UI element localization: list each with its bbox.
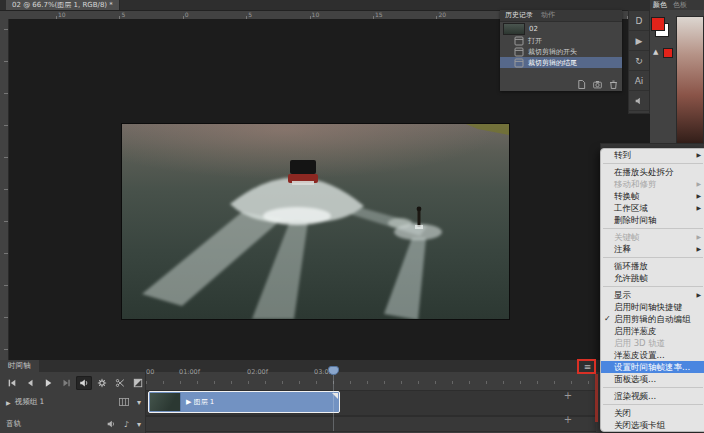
speaker-panel-icon[interactable]: [629, 91, 649, 111]
color-panel-tab[interactable]: 颜色: [653, 0, 667, 10]
timeline-tick: [520, 381, 521, 384]
timecode-label: 01:00f: [179, 368, 200, 376]
add-video-media-button[interactable]: +: [561, 390, 575, 402]
transition-icon: [133, 378, 143, 388]
menu-item-label: 关键帧: [614, 232, 640, 242]
history-state-icon: [514, 36, 524, 46]
go-to-previous-frame-button[interactable]: [22, 376, 38, 390]
ruler-tick: [4, 285, 8, 286]
timeline-tick: [554, 381, 555, 384]
menu-item[interactable]: 启用洋葱皮: [601, 325, 704, 337]
history-item-label: 打开: [528, 36, 542, 46]
delete-state-icon[interactable]: [609, 80, 618, 89]
ruler-label: 20: [438, 11, 446, 19]
menu-item[interactable]: 注释▶: [601, 243, 704, 255]
color-panel-tab[interactable]: 色板: [673, 0, 687, 10]
menu-item[interactable]: 关闭: [601, 407, 704, 419]
menu-item[interactable]: 转换帧▶: [601, 190, 704, 202]
menu-item[interactable]: 面板选项...: [601, 373, 704, 385]
menu-item[interactable]: 循环播放: [601, 260, 704, 272]
settings-gear-button[interactable]: [94, 376, 110, 390]
ruler-label: 5: [248, 11, 252, 19]
ai-panel-icon[interactable]: Ai: [629, 71, 649, 91]
menu-item[interactable]: 显示▶: [601, 289, 704, 301]
menu-item-label: 关闭选项卡组: [614, 420, 665, 430]
foreground-color-swatch[interactable]: [651, 17, 665, 31]
history-snapshot-row[interactable]: 02: [500, 22, 622, 35]
timeline-context-menu: 转到▶在播放头处拆分移动和修剪▶转换帧▶工作区域▶删除时间轴关键帧▶注释▶循环播…: [600, 148, 704, 432]
new-snapshot-icon[interactable]: [593, 80, 602, 89]
menu-item[interactable]: 关闭选项卡组: [601, 419, 704, 431]
go-to-first-frame-button[interactable]: [4, 376, 20, 390]
ruler-label: 15: [375, 11, 383, 19]
color-ramp[interactable]: [676, 16, 704, 144]
ruler-label: 5: [121, 11, 125, 19]
clip-label: ▶ 图层 1: [186, 397, 214, 407]
timeline-tick: [384, 381, 385, 384]
menu-item[interactable]: 渲染视频...: [601, 390, 704, 402]
filmstrip-icon[interactable]: [119, 397, 129, 407]
ruler-label: 0: [185, 11, 189, 19]
add-audio-media-button[interactable]: +: [561, 414, 575, 426]
ruler-tick: [4, 157, 8, 158]
d-panel-icon[interactable]: D: [629, 11, 649, 31]
document-tab[interactable]: 02 @ 66.7%(图层 1, RGB/8) *: [6, 0, 120, 10]
menu-item-label: 洋葱皮设置...: [614, 350, 665, 360]
menu-item[interactable]: ✓启用剪辑的自动编组: [601, 313, 704, 325]
play-button[interactable]: [40, 376, 56, 390]
panel-dock: D▶↻Ai: [628, 10, 650, 114]
split-at-playhead-button[interactable]: [112, 376, 128, 390]
menu-item[interactable]: 启用时间轴快捷键: [601, 301, 704, 313]
track-label: 音轨: [6, 419, 21, 429]
speaker-icon[interactable]: [106, 419, 116, 429]
music-note-icon[interactable]: ♪: [124, 420, 129, 429]
menu-item[interactable]: 工作区域▶: [601, 202, 704, 214]
timeline-tick: [452, 381, 453, 384]
video-track-row[interactable]: ▶视频组 1▾: [0, 393, 145, 411]
go-to-next-frame-button[interactable]: [58, 376, 74, 390]
transition-button[interactable]: [130, 376, 146, 390]
history-item-label: 裁切剪辑的结尾: [528, 58, 577, 68]
history-item[interactable]: 裁切剪辑的结尾: [500, 57, 622, 68]
new-document-from-state-icon[interactable]: [577, 80, 586, 89]
play-panel-icon[interactable]: ▶: [629, 31, 649, 51]
timeline-tick: [316, 381, 317, 384]
submenu-arrow-icon: ▶: [696, 178, 701, 190]
menu-item[interactable]: 在播放头处拆分: [601, 166, 704, 178]
menu-item[interactable]: 转到▶: [601, 149, 704, 161]
menu-item-label: 转换帧: [614, 191, 640, 201]
timeline-tab[interactable]: 时间轴: [0, 360, 39, 372]
history-panel-tab[interactable]: 动作: [541, 10, 555, 21]
timeline-tick: [571, 381, 572, 384]
audio-playback-button[interactable]: [76, 376, 92, 390]
submenu-arrow-icon: ▶: [696, 289, 701, 301]
menu-item-label: 删除时间轴: [614, 215, 657, 225]
split-at-playhead-icon: [115, 378, 125, 388]
timeline-tick: [503, 381, 504, 384]
timeline-ruler[interactable]: 0001:00f02:00f03:00f: [146, 368, 596, 382]
dropdown-icon[interactable]: ▾: [137, 398, 141, 407]
ruler-tick: [4, 125, 8, 126]
menu-item[interactable]: 删除时间轴: [601, 214, 704, 226]
history-panel-tab[interactable]: 历史记录: [505, 10, 533, 21]
audio-playback-icon: [79, 378, 89, 388]
dropdown-icon[interactable]: ▾: [137, 420, 141, 429]
track-expander-icon[interactable]: ▶: [6, 399, 11, 406]
menu-item-label: 在播放头处拆分: [614, 167, 674, 177]
rotate-view-panel-icon[interactable]: ↻: [629, 51, 649, 71]
history-item[interactable]: 裁切剪辑的开头: [500, 46, 622, 57]
playhead[interactable]: [328, 366, 339, 375]
menu-item: 移动和修剪▶: [601, 178, 704, 190]
menu-item[interactable]: 设置时间轴帧速率...: [601, 361, 704, 373]
menu-item[interactable]: 洋葱皮设置...: [601, 349, 704, 361]
playhead-line: [333, 375, 334, 431]
video-clip[interactable]: ▶ 图层 1: [148, 391, 340, 413]
history-item[interactable]: 打开: [500, 35, 622, 46]
audio-lane[interactable]: [146, 416, 596, 432]
timeline-tick: [435, 381, 436, 384]
gamut-color-swatch[interactable]: [663, 48, 673, 58]
audio-track-row[interactable]: 音轨♪▾: [0, 417, 145, 431]
ruler-tick: [4, 29, 8, 30]
snapshot-label: 02: [529, 25, 538, 33]
menu-item[interactable]: 允许跳帧: [601, 272, 704, 284]
